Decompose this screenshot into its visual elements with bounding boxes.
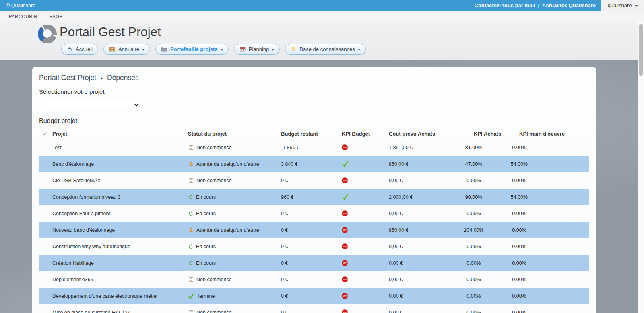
kpi-budget-cell: STOP — [342, 276, 389, 282]
table-row[interactable]: Création HabillageEn cours0 €STOP0,00 €0… — [39, 255, 589, 271]
project-name-cell: Mise en place du systeme HACCP — [52, 310, 188, 313]
kpi-budget-cell: STOP — [342, 293, 389, 299]
column-header: Projet — [52, 131, 188, 137]
status-label: En cours — [196, 244, 216, 249]
cout-prevu-cell: 850,00 € — [389, 161, 474, 167]
breadcrumb-item[interactable]: Dépenses — [107, 74, 139, 82]
refresh-icon — [188, 194, 194, 200]
table-body: TestNon commencé-1 851 €STOP1 851,00 €81… — [39, 140, 589, 313]
cout-prevu-cell: 2 000,00 € — [389, 194, 474, 200]
cout-prevu-cell: 0,00 € — [389, 211, 474, 216]
status-label: Non commencé — [196, 145, 232, 150]
status-label: Terminé — [197, 293, 215, 299]
calendar-icon: 17 — [239, 46, 246, 53]
chevron-down-icon — [358, 49, 360, 51]
svg-text:STOP: STOP — [343, 295, 347, 297]
table-row[interactable]: Mise en place du systeme HACCPNon commen… — [39, 305, 589, 313]
nav-item-label: Planning — [249, 46, 269, 52]
nav-item-portefeuille-projets[interactable]: Portefeuille projets — [155, 44, 229, 55]
project-select[interactable] — [41, 101, 140, 109]
table-row[interactable]: TestNon commencé-1 851 €STOP1 851,00 €81… — [39, 140, 589, 155]
cout-prevu-cell: 1 851,00 € — [389, 145, 474, 150]
budget-restant-cell: 0 € — [281, 310, 342, 313]
status-cell: Attente de quelqu'un d'autre — [188, 227, 281, 233]
status-cell: Non commencé — [188, 276, 281, 282]
cout-prevu-cell: 0,00 € — [389, 277, 474, 282]
kpi-budget-cell — [342, 194, 389, 200]
kpi-budget-cell — [342, 161, 389, 167]
table-header-row: ProjetStatut du projetBudget restantKPI … — [39, 128, 589, 140]
column-header: KPI Budget — [342, 131, 389, 137]
project-name-cell: Création Habillage — [52, 260, 188, 266]
svg-text:STOP: STOP — [343, 246, 347, 247]
tab-page[interactable]: PAGE — [50, 14, 62, 19]
select-all-checkmark[interactable] — [39, 132, 52, 136]
status-label: Non commencé — [196, 277, 232, 282]
user-menu[interactable]: qualishare — [601, 0, 644, 11]
table-row[interactable]: Nouveau banc d'étalonnageAttente de quel… — [39, 222, 589, 238]
nav-item-annuaire[interactable]: Annuaire — [103, 44, 150, 55]
nav-item-label: Base de connaissances — [299, 46, 355, 52]
cout-prevu-cell: 0,00 € — [389, 293, 474, 299]
table-row[interactable]: Déploiement o365Non commencé0 €STOP0,00 … — [39, 272, 589, 287]
table-row[interactable]: Conception formation niveau 3En cours960… — [39, 189, 589, 205]
table-row[interactable]: Construction why why automatiqueEn cours… — [39, 239, 589, 254]
refresh-icon — [188, 244, 194, 249]
budget-restant-cell: 0 € — [281, 277, 342, 282]
chevron-down-icon — [221, 49, 223, 51]
hourglass-icon — [188, 144, 194, 150]
chevron-down-icon — [142, 49, 144, 51]
nav-item-accueil[interactable]: Accueil — [61, 44, 98, 55]
news-link[interactable]: Actualités Qualishare — [542, 2, 596, 8]
tab-parcourir[interactable]: PARCOURIR — [9, 14, 37, 19]
refresh-icon — [188, 260, 194, 266]
status-label: Attente de quelqu'un d'autre — [196, 227, 259, 233]
user-menu-label: qualishare — [608, 2, 632, 8]
content-card: Portail Gest ProjetDépenses Sélectionner… — [32, 67, 596, 313]
site-logo[interactable] — [38, 25, 57, 43]
stop-icon: STOP — [342, 243, 389, 249]
column-header: KPI Achats — [474, 131, 519, 137]
table-row[interactable]: Développement d'une carte électronique m… — [39, 288, 589, 304]
svg-text:STOP: STOP — [343, 279, 347, 280]
status-label: En cours — [196, 211, 216, 216]
project-name-cell: Banc d'étalonnage — [52, 161, 188, 167]
table-row[interactable]: Banc d'étalonnageAttente de quelqu'un d'… — [39, 156, 589, 172]
scrollbar-track[interactable] — [638, 22, 644, 313]
kpi-budget-cell: STOP — [342, 177, 389, 183]
status-cell: Non commencé — [188, 144, 281, 150]
status-label: Non commencé — [196, 310, 232, 313]
scrollbar-thumb[interactable] — [639, 24, 643, 76]
budget-table: ProjetStatut du projetBudget restantKPI … — [39, 128, 589, 313]
table-title: Budget projet — [39, 117, 589, 125]
contact-link[interactable]: Contactez-nous par mail — [474, 2, 535, 8]
nav-item-planning[interactable]: 17Planning — [234, 44, 280, 55]
project-name-cell: Test — [52, 145, 188, 150]
status-label: En cours — [196, 194, 216, 200]
ribbon-tabs: PARCOURIR PAGE — [0, 11, 644, 22]
budget-restant-cell: 0 € — [281, 178, 342, 183]
table-row[interactable]: Conception Four à pimentEn cours0 €STOP0… — [39, 206, 589, 221]
cout-prevu-cell: 850,00 € — [389, 227, 474, 233]
person-icon — [188, 227, 194, 233]
status-cell: En cours — [188, 260, 281, 266]
nav-item-base-de-connaissances[interactable]: Base de connaissances — [285, 44, 365, 55]
brand-link[interactable]: © Qualishare — [6, 3, 35, 8]
svg-text:STOP: STOP — [343, 180, 347, 181]
stop-icon: STOP — [342, 293, 389, 299]
column-header: Budget restant — [281, 131, 342, 137]
status-cell: En cours — [188, 244, 281, 249]
table-row[interactable]: Clé USB SateliteMAXNon commencé0 €STOP0,… — [39, 173, 589, 188]
project-name-cell: Conception formation niveau 3 — [52, 194, 188, 200]
kpi-budget-cell: STOP — [342, 260, 389, 266]
svg-text:STOP: STOP — [343, 147, 347, 148]
breadcrumb-item[interactable]: Portail Gest Projet — [39, 74, 96, 82]
status-cell: En cours — [188, 194, 281, 200]
site-header: Portail Gest Projet AccueilAnnuairePorte… — [0, 22, 638, 60]
project-name-cell: Développement d'une carte électronique m… — [52, 293, 188, 299]
status-cell: Terminé — [188, 293, 281, 299]
status-cell: Non commencé — [188, 177, 281, 183]
refresh-icon — [188, 211, 194, 216]
drawer-icon — [109, 46, 116, 53]
person-icon — [188, 161, 194, 167]
